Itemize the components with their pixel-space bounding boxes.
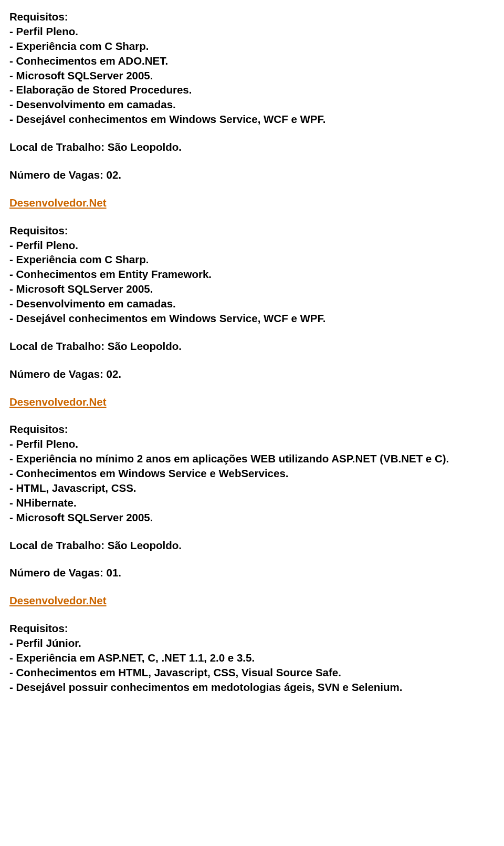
requirement-item: - Desenvolvimento em camadas. [9, 97, 495, 112]
requirement-item: - Desejável possuir conhecimentos em med… [9, 680, 495, 695]
requirement-item: - Microsoft SQLServer 2005. [9, 510, 495, 525]
requirement-item: - HTML, Javascript, CSS. [9, 481, 495, 496]
job-title-link[interactable]: Desenvolvedor.Net [9, 195, 495, 210]
requirement-item: - Microsoft SQLServer 2005. [9, 68, 495, 83]
requirement-item: - Conhecimentos em Entity Framework. [9, 267, 495, 282]
requirement-item: - Conhecimentos em Windows Service e Web… [9, 466, 495, 481]
requirement-item: - Perfil Júnior. [9, 636, 495, 651]
requirements-block: Requisitos: - Perfil Júnior. - Experiênc… [9, 621, 495, 694]
requirement-item: - Conhecimentos em HTML, Javascript, CSS… [9, 665, 495, 680]
requirement-item: - Desejável conhecimentos em Windows Ser… [9, 112, 495, 127]
requirement-item: - Microsoft SQLServer 2005. [9, 282, 495, 296]
requirements-label: Requisitos: [9, 621, 495, 636]
requirements-label: Requisitos: [9, 422, 495, 437]
requirements-label: Requisitos: [9, 223, 495, 238]
work-location: Local de Trabalho: São Leopoldo. [9, 339, 495, 354]
vacancy-count: Número de Vagas: 02. [9, 367, 495, 381]
job-title-link[interactable]: Desenvolvedor.Net [9, 395, 495, 409]
requirement-item: - Experiência no mínimo 2 anos em aplica… [9, 451, 495, 466]
requirement-item: - NHibernate. [9, 496, 495, 510]
requirements-block: Requisitos: - Perfil Pleno. - Experiênci… [9, 422, 495, 524]
requirement-item: - Perfil Pleno. [9, 437, 495, 451]
requirement-item: - Experiência em ASP.NET, C, .NET 1.1, 2… [9, 651, 495, 665]
requirements-block: Requisitos: - Perfil Pleno. - Experiênci… [9, 9, 495, 127]
job-title-link[interactable]: Desenvolvedor.Net [9, 593, 495, 608]
requirement-item: - Experiência com C Sharp. [9, 39, 495, 54]
vacancy-count: Número de Vagas: 01. [9, 565, 495, 580]
requirement-item: - Elaboração de Stored Procedures. [9, 82, 495, 97]
requirement-item: - Perfil Pleno. [9, 24, 495, 39]
work-location: Local de Trabalho: São Leopoldo. [9, 140, 495, 154]
requirements-block: Requisitos: - Perfil Pleno. - Experiênci… [9, 223, 495, 326]
requirement-item: - Experiência com C Sharp. [9, 252, 495, 267]
vacancy-count: Número de Vagas: 02. [9, 168, 495, 182]
requirement-item: - Desejável conhecimentos em Windows Ser… [9, 311, 495, 326]
requirements-label: Requisitos: [9, 9, 495, 24]
requirement-item: - Perfil Pleno. [9, 238, 495, 253]
work-location: Local de Trabalho: São Leopoldo. [9, 538, 495, 553]
requirement-item: - Desenvolvimento em camadas. [9, 296, 495, 311]
requirement-item: - Conhecimentos em ADO.NET. [9, 54, 495, 68]
